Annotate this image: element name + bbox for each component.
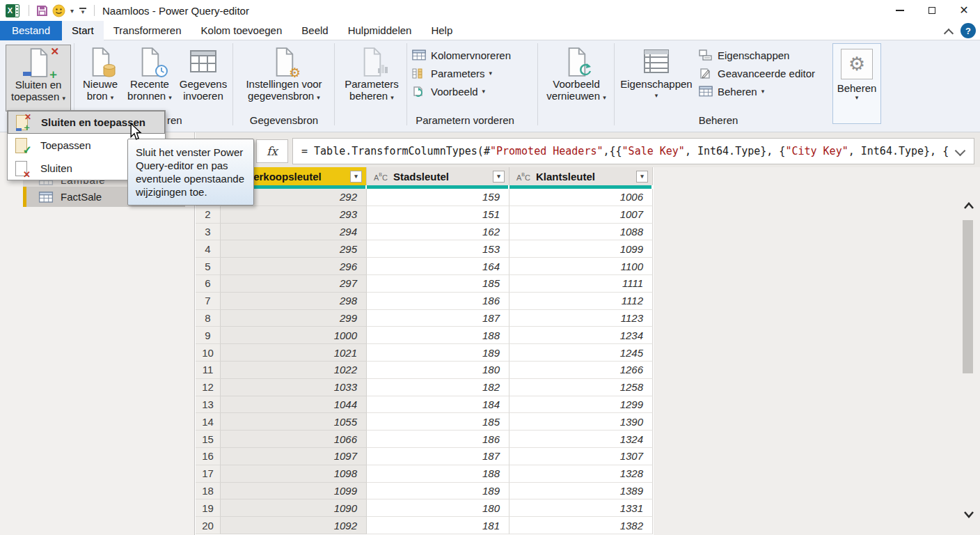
restore-button[interactable] <box>916 0 948 21</box>
table-cell[interactable]: 1006 <box>509 189 653 206</box>
table-cell[interactable]: 1021 <box>221 344 367 362</box>
manage-parameters-button[interactable]: Parameters beheren ▾ <box>338 45 405 104</box>
table-cell[interactable]: 1245 <box>509 344 653 362</box>
table-cell[interactable]: 189 <box>367 344 509 362</box>
filter-dropdown-icon[interactable]: ▾ <box>350 171 362 183</box>
table-cell[interactable]: 188 <box>367 465 509 483</box>
table-cell[interactable]: 1097 <box>221 448 367 465</box>
tab-bestand[interactable]: Bestand <box>0 21 62 40</box>
tab-kolom-toevoegen[interactable]: Kolom toevoegen <box>191 21 292 40</box>
table-cell[interactable]: 1066 <box>221 431 367 448</box>
row-number[interactable]: 11 <box>196 362 221 379</box>
table-cell[interactable]: 1099 <box>221 483 367 500</box>
manage-gear-button[interactable]: ⚙ Beheren ▾ <box>832 43 881 124</box>
table-cell[interactable]: 189 <box>367 483 509 500</box>
advanced-editor-button[interactable]: Geavanceerde editor <box>699 64 815 82</box>
table-cell[interactable]: 298 <box>221 293 367 310</box>
table-cell[interactable]: 1390 <box>509 413 653 431</box>
collapse-ribbon-icon[interactable] <box>945 28 952 35</box>
table-cell[interactable]: 1092 <box>221 517 367 534</box>
filter-dropdown-icon[interactable]: ▾ <box>493 171 505 183</box>
save-icon[interactable] <box>36 5 48 17</box>
row-number[interactable]: 9 <box>196 327 221 344</box>
table-cell[interactable]: 1090 <box>221 499 367 517</box>
table-cell[interactable]: 296 <box>221 258 367 275</box>
properties-button[interactable]: Eigenschappen ▾ <box>618 45 695 102</box>
table-cell[interactable]: 1123 <box>509 310 653 327</box>
table-cell[interactable]: 295 <box>221 240 367 258</box>
scroll-down-icon[interactable] <box>963 511 974 518</box>
table-cell[interactable]: 1389 <box>509 483 653 500</box>
table-cell[interactable]: 1266 <box>509 362 653 379</box>
table-cell[interactable]: 1088 <box>509 224 653 241</box>
table-cell[interactable]: 185 <box>367 413 509 431</box>
row-number[interactable]: 14 <box>196 413 221 431</box>
table-cell[interactable]: 185 <box>367 275 509 293</box>
table-cell[interactable]: 159 <box>367 189 509 206</box>
table-cell[interactable]: 188 <box>367 327 509 344</box>
table-cell[interactable]: 1007 <box>509 206 653 224</box>
table-cell[interactable]: 293 <box>221 206 367 224</box>
preview-button[interactable]: Voorbeeld ▾ <box>412 82 511 100</box>
table-cell[interactable]: 1055 <box>221 413 367 431</box>
table-cell[interactable]: 1331 <box>509 499 653 517</box>
table-cell[interactable]: 151 <box>367 206 509 224</box>
row-number[interactable]: 10 <box>196 344 221 362</box>
new-source-button[interactable]: Nieuwe bron ▾ <box>78 45 122 104</box>
table-cell[interactable]: 1111 <box>509 275 653 293</box>
scrollbar-thumb[interactable] <box>963 220 973 373</box>
row-number[interactable]: 5 <box>196 258 221 275</box>
help-icon[interactable]: ? <box>961 23 976 38</box>
table-cell[interactable]: 187 <box>367 310 509 327</box>
table-cell[interactable]: 181 <box>367 517 509 534</box>
tab-transformeren[interactable]: Transformeren <box>104 21 191 40</box>
tab-hulpmiddelen[interactable]: Hulpmiddelen <box>338 21 422 40</box>
table-cell[interactable]: 1098 <box>221 465 367 483</box>
smiley-dropdown-icon[interactable]: ▾ <box>70 7 74 15</box>
table-cell[interactable]: 1000 <box>221 327 367 344</box>
table-cell[interactable]: 294 <box>221 224 367 241</box>
table-cell[interactable]: 1382 <box>509 517 653 534</box>
table-cell[interactable]: 299 <box>221 310 367 327</box>
fx-button[interactable]: fx <box>256 139 288 163</box>
customize-toolbar-icon[interactable]: ▾ <box>79 8 86 14</box>
table-cell[interactable]: 1022 <box>221 362 367 379</box>
row-number[interactable]: 13 <box>196 396 221 414</box>
table-cell[interactable]: 187 <box>367 448 509 465</box>
minimize-button[interactable] <box>884 0 916 21</box>
row-number[interactable]: 8 <box>196 310 221 327</box>
row-number[interactable]: 4 <box>196 240 221 258</box>
tab-help[interactable]: Help <box>421 21 462 40</box>
column-profile-button[interactable]: Kolomervnoreren <box>412 46 511 64</box>
enter-data-button[interactable]: Gegevens invoeren <box>175 45 231 102</box>
feedback-smiley-icon[interactable] <box>52 4 65 17</box>
table-cell[interactable]: 297 <box>221 275 367 293</box>
column-header-klantsleutel[interactable]: ABCKlantsleutel▾ <box>509 167 653 185</box>
filter-dropdown-icon[interactable]: ▾ <box>636 171 648 183</box>
table-cell[interactable]: 1328 <box>509 465 653 483</box>
properties-small-button[interactable]: Eigenschappen <box>699 46 815 64</box>
table-cell[interactable]: 1099 <box>509 240 653 258</box>
table-cell[interactable]: 186 <box>367 293 509 310</box>
table-cell[interactable]: 1033 <box>221 379 367 396</box>
row-number[interactable]: 17 <box>196 465 221 483</box>
scroll-up-icon[interactable] <box>963 202 974 210</box>
table-cell[interactable]: 153 <box>367 240 509 258</box>
table-cell[interactable]: 1307 <box>509 448 653 465</box>
row-number[interactable]: 7 <box>196 293 221 310</box>
row-number[interactable]: 3 <box>196 224 221 241</box>
manage-small-button[interactable]: Beheren ▾ <box>699 82 815 100</box>
table-cell[interactable]: 1044 <box>221 396 367 414</box>
table-cell[interactable]: 1234 <box>509 327 653 344</box>
table-cell[interactable]: 1258 <box>509 379 653 396</box>
table-cell[interactable]: 186 <box>367 431 509 448</box>
refresh-preview-button[interactable]: Voorbeeld vernieuwen ▾ <box>542 45 611 104</box>
row-number[interactable]: 2 <box>196 206 221 224</box>
close-and-apply-button[interactable]: ✕ ＋ Sluiten en toepassen ▾ <box>6 45 71 111</box>
row-number[interactable]: 15 <box>196 431 221 448</box>
table-cell[interactable]: 1324 <box>509 431 653 448</box>
table-cell[interactable]: 1100 <box>509 258 653 275</box>
recent-sources-button[interactable]: Recente bronnen ▾ <box>125 45 174 104</box>
table-cell[interactable]: 164 <box>367 258 509 275</box>
formula-input[interactable]: = Table.TransformColumnTypes(#"Promoted … <box>292 138 974 164</box>
